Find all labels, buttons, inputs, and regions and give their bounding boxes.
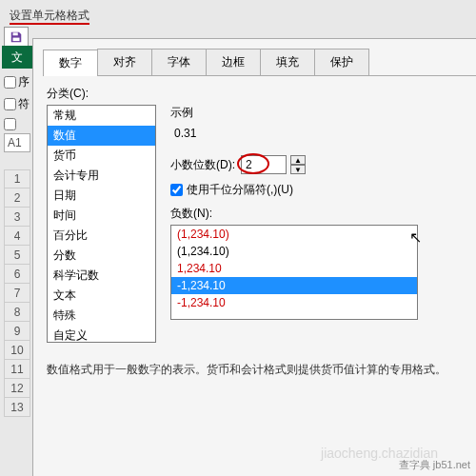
file-tab-label: 文 xyxy=(11,50,23,66)
checkbox-2[interactable] xyxy=(4,98,16,110)
decimal-input[interactable]: 2 xyxy=(241,155,287,174)
row-header[interactable]: 2 xyxy=(4,188,30,208)
row-header[interactable]: 4 xyxy=(4,227,30,246)
name-box-value: A1 xyxy=(8,136,22,149)
decimal-spin-up[interactable]: ▲ xyxy=(290,155,306,165)
negative-item-selected[interactable]: -1,234.10 xyxy=(171,277,417,294)
tab-border[interactable]: 边框 xyxy=(206,49,261,75)
tab-protection[interactable]: 保护 xyxy=(314,49,369,75)
checkbox-1[interactable] xyxy=(4,76,16,89)
category-item-text[interactable]: 文本 xyxy=(48,286,155,306)
decimal-spin-down[interactable]: ▼ xyxy=(290,165,306,174)
row-header[interactable]: 10 xyxy=(4,341,30,360)
row-header[interactable]: 5 xyxy=(4,246,30,265)
category-item-fraction[interactable]: 分数 xyxy=(48,246,155,266)
negative-item[interactable]: -1,234.10 xyxy=(171,294,417,311)
category-item-scientific[interactable]: 科学记数 xyxy=(48,266,155,286)
sample-value: 0.31 xyxy=(170,125,463,149)
number-options: 示例 0.31 小数位数(D): 2 ▲ ▼ 使用千位分隔符(,)(U) 负数(… xyxy=(170,105,463,320)
svg-rect-0 xyxy=(13,32,18,35)
category-item-currency[interactable]: 货币 xyxy=(48,146,155,166)
row-header[interactable]: 11 xyxy=(4,360,30,379)
negative-item[interactable]: 1,234.10 xyxy=(171,260,417,277)
row-header[interactable]: 9 xyxy=(4,322,30,341)
quick-access-save[interactable] xyxy=(4,27,29,48)
thousands-row: 使用千位分隔符(,)(U) xyxy=(170,182,463,198)
category-item-general[interactable]: 常规 xyxy=(48,106,155,126)
watermark-site: 查字典 jb51.net xyxy=(399,458,470,472)
negative-item[interactable]: (1,234.10) xyxy=(171,226,417,243)
number-panel: 分类(C): 常规 数值 货币 会计专用 日期 时间 百分比 分数 科学记数 文… xyxy=(33,76,476,387)
category-item-special[interactable]: 特殊 xyxy=(48,306,155,326)
format-description: 数值格式用于一般数字的表示。货币和会计格式则提供货币值计算的专用格式。 xyxy=(47,343,463,378)
category-item-time[interactable]: 时间 xyxy=(48,206,155,226)
sample-label: 示例 xyxy=(170,105,463,121)
ribbon-checkboxes: 序 符 xyxy=(4,74,32,136)
row-header[interactable]: 3 xyxy=(4,208,30,227)
decimal-label: 小数位数(D): xyxy=(170,157,235,173)
thousands-checkbox[interactable] xyxy=(170,184,183,196)
svg-rect-1 xyxy=(13,38,20,42)
row-header[interactable]: 7 xyxy=(4,284,30,303)
negative-item[interactable]: (1,234.10) xyxy=(171,243,417,260)
row-header[interactable]: 6 xyxy=(4,265,30,284)
dialog-title: 设置单元格格式 xyxy=(10,9,89,25)
decimal-row: 小数位数(D): 2 ▲ ▼ xyxy=(170,155,463,174)
checkbox-3[interactable] xyxy=(4,118,16,130)
category-list[interactable]: 常规 数值 货币 会计专用 日期 时间 百分比 分数 科学记数 文本 特殊 自定… xyxy=(47,105,156,343)
row-header[interactable]: 12 xyxy=(4,379,30,398)
negative-label: 负数(N): xyxy=(170,206,463,222)
row-headers: 1 2 3 4 5 6 7 8 9 10 11 12 13 xyxy=(4,169,30,417)
row-header[interactable]: 8 xyxy=(4,303,30,322)
category-item-custom[interactable]: 自定义 xyxy=(48,326,155,343)
negative-list[interactable]: (1,234.10) (1,234.10) 1,234.10 -1,234.10… xyxy=(170,225,418,320)
tab-alignment[interactable]: 对齐 xyxy=(97,49,152,75)
category-item-date[interactable]: 日期 xyxy=(48,186,155,206)
checkbox-1-label: 序 xyxy=(18,74,30,90)
name-box[interactable]: A1 xyxy=(4,133,30,152)
category-item-percentage[interactable]: 百分比 xyxy=(48,226,155,246)
category-item-accounting[interactable]: 会计专用 xyxy=(48,166,155,186)
thousands-label: 使用千位分隔符(,)(U) xyxy=(187,182,293,198)
file-tab[interactable]: 文 xyxy=(2,46,32,69)
row-header[interactable]: 1 xyxy=(4,169,30,188)
category-label: 分类(C): xyxy=(47,86,463,102)
save-icon xyxy=(10,30,23,44)
dialog-tabs: 数字 对齐 字体 边框 填充 保护 xyxy=(43,49,476,76)
format-cells-dialog: 数字 对齐 字体 边框 填充 保护 分类(C): 常规 数值 货币 会计专用 日… xyxy=(32,38,476,476)
tab-number[interactable]: 数字 xyxy=(43,50,98,76)
decimal-value: 2 xyxy=(246,158,252,171)
category-item-number[interactable]: 数值 xyxy=(48,126,155,146)
tab-font[interactable]: 字体 xyxy=(151,49,207,75)
tab-fill[interactable]: 填充 xyxy=(260,49,315,75)
dialog-titlebar: 设置单元格格式 xyxy=(10,8,476,25)
checkbox-2-label: 符 xyxy=(18,96,30,112)
row-header[interactable]: 13 xyxy=(4,398,30,417)
